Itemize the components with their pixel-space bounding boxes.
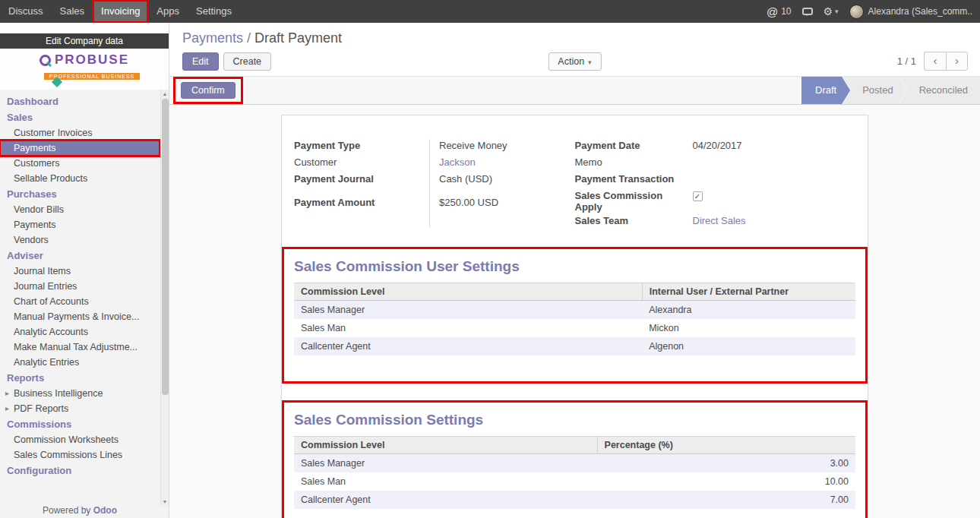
sidebar: Edit Company data PROBUSE PROFESSIONAL B… [0,23,169,518]
user-menu[interactable]: Alexandra (Sales_comm.. [849,5,972,19]
avatar [849,5,864,19]
chat-bubble-icon[interactable] [802,8,813,15]
sidebar-section-commissions[interactable]: Commissions [0,416,160,432]
topbar-menu-settings[interactable]: Settings [188,0,240,23]
field-payment-amount: Payment Amount$250.00 USD [294,195,575,211]
column-header-commission-level[interactable]: Commission Level [294,283,642,301]
table-row-callcenter-agent[interactable]: Callcenter Agent7.00 [294,491,855,509]
statusbar-states: DraftPostedReconciled [801,77,980,104]
scroll-up-icon[interactable]: ▲ [161,90,169,98]
expand-caret-icon[interactable]: ▸ [5,389,9,397]
breadcrumb-parent[interactable]: Payments [182,30,243,46]
column-header-internal-user-external-partner[interactable]: Internal User / External Partner [642,283,855,301]
sidebar-item-journal-entries[interactable]: Journal Entries [0,279,160,294]
sidebar-label: Make Manual Tax Adjustme... [14,342,138,352]
chevron-down-icon: ▾ [835,8,839,15]
table-row-sales-man[interactable]: Sales Man10.00 [294,472,855,491]
sidebar-item-journal-items[interactable]: Journal Items [0,264,160,279]
sidebar-item-analytic-accounts[interactable]: Analytic Accounts [0,324,160,340]
sidebar-item-payments[interactable]: Payments [0,217,160,232]
sidebar-label: Sellable Products [14,173,87,184]
sidebar-item-make-manual-tax-adjustme[interactable]: Make Manual Tax Adjustme... [0,340,160,355]
sidebar-label: Customers [14,158,59,169]
column-header-percentage[interactable]: Percentage (%) [597,437,855,454]
link-jackson[interactable]: Jackson [439,156,476,168]
sidebar-section-configuration[interactable]: Configuration [0,463,160,479]
status-posted[interactable]: Posted [842,77,906,104]
create-button[interactable]: Create [223,52,272,71]
sidebar-item-chart-of-accounts[interactable]: Chart of Accounts [0,294,160,309]
odoo-link[interactable]: Odoo [93,505,117,516]
pager-previous-button[interactable]: ‹ [924,52,946,71]
expand-caret-icon[interactable]: ▸ [5,404,9,412]
topbar-menu-sales[interactable]: Sales [52,0,93,23]
sales-commission-apply-checkbox[interactable]: ✓ [693,191,703,201]
table-row-sales-man[interactable]: Sales ManMickon [294,319,855,337]
field-label: Customer [294,155,429,171]
sidebar-label: Commission Worksheets [14,434,119,445]
pager-next-button[interactable]: › [946,52,968,71]
sidebar-item-customers[interactable]: Customers [0,156,160,171]
table-sales-commission-settings: Commission LevelPercentage (%)Sales Mana… [294,436,855,509]
sidebar-item-commission-worksheets[interactable]: Commission Worksheets [0,432,160,447]
sidebar-section-adviser[interactable]: Adviser [0,248,160,264]
sidebar-item-sales-commissions-lines[interactable]: Sales Commissions Lines [0,447,160,463]
edit-button[interactable]: Edit [182,52,219,71]
sidebar-section-reports[interactable]: Reports [0,370,160,386]
sidebar-label: Manual Payments & Invoice... [14,311,139,322]
breadcrumb-separator: / [243,30,254,46]
scrollbar-thumb[interactable] [162,99,169,395]
table-row-sales-manager[interactable]: Sales ManagerAlexandra [294,301,855,320]
sidebar-item-customer-invoices[interactable]: Customer Invoices [0,125,160,141]
cell-commission-level: Sales Man [294,319,642,337]
mention-counter[interactable]: @ 10 [767,5,792,18]
sidebar-item-vendor-bills[interactable]: Vendor Bills [0,202,160,217]
form-view: Payment TypeReceive MoneyCustomerJackson… [169,105,980,518]
cell-commission-level: Sales Man [294,472,597,491]
sidebar-item-sellable-products[interactable]: Sellable Products [0,171,160,186]
topbar-menu-invoicing[interactable]: Invoicing [93,0,148,23]
field-value-customer: Jackson [429,155,575,171]
sidebar-item-manual-payments-invoice[interactable]: Manual Payments & Invoice... [0,309,160,324]
link-direct-sales[interactable]: Direct Sales [693,215,746,226]
sidebar-label: Payments [14,143,56,153]
edit-company-button[interactable]: Edit Company data [0,33,169,49]
scroll-down-icon[interactable]: ▼ [161,497,169,506]
field-value-payment-transaction [683,172,856,188]
column-header-commission-level[interactable]: Commission Level [294,437,597,454]
sidebar-item-payments[interactable]: Payments [0,141,160,156]
sidebar-label: Commissions [7,419,71,430]
app-body: Edit Company data PROBUSE PROFESSIONAL B… [0,23,980,518]
topbar-menu-discuss[interactable]: Discuss [0,0,52,23]
sidebar-section-sales[interactable]: Sales [0,109,160,125]
sidebar-item-pdf-reports[interactable]: ▸PDF Reports [0,401,160,416]
sidebar-item-vendors[interactable]: Vendors [0,232,160,248]
field-payment-date: Payment Date04/20/2017 [575,138,856,154]
field-label: Payment Journal [294,172,429,188]
sidebar-label: Journal Items [14,266,71,276]
cell-commission-level: Sales Manager [294,301,642,320]
sidebar-item-business-intelligence[interactable]: ▸Business Intelligence [0,386,160,401]
sidebar-scrollbar[interactable]: ▲ ▼ [160,90,169,506]
sidebar-label: Customer Invoices [14,128,93,138]
sidebar-item-analytic-entries[interactable]: Analytic Entries [0,355,160,370]
breadcrumb-current: Draft Payment [254,30,342,46]
field-label: Payment Amount [294,195,429,211]
table-row-callcenter-agent[interactable]: Callcenter AgentAlgenon [294,337,855,355]
table-header-row: Commission LevelPercentage (%) [294,437,855,454]
status-draft[interactable]: Draft [801,77,850,104]
topbar-systray: @ 10 ⚙ ▾ Alexandra (Sales_comm.. [767,0,980,23]
debug-menu[interactable]: ⚙ ▾ [824,5,839,17]
table-row-sales-manager[interactable]: Sales Manager3.00 [294,454,855,473]
confirm-button[interactable]: Confirm [181,82,236,99]
field-label: Payment Date [575,138,683,154]
sidebar-label: Chart of Accounts [14,296,89,307]
field-label: Sales Commission Apply [575,188,683,213]
action-dropdown[interactable]: Action▾ [548,52,601,71]
sidebar-label: Reports [7,372,44,384]
pager-count: 1 / 1 [897,55,916,67]
topbar-menu-apps[interactable]: Apps [148,0,188,23]
sidebar-section-purchases[interactable]: Purchases [0,186,160,202]
sidebar-section-dashboard[interactable]: Dashboard [0,93,160,109]
status-reconciled[interactable]: Reconciled [899,77,980,104]
